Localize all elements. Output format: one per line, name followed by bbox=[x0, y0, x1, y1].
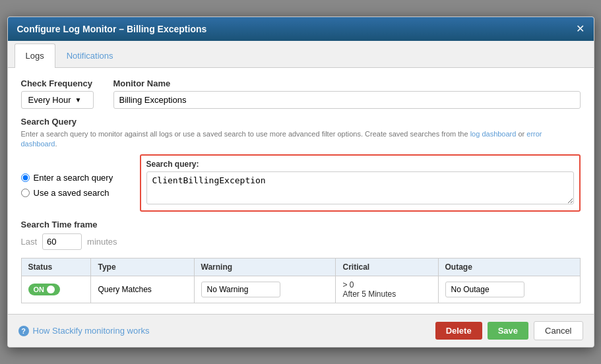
status-cell: ON bbox=[21, 276, 91, 303]
toggle-label: ON bbox=[34, 286, 45, 293]
dropdown-arrow-icon: ▼ bbox=[75, 96, 82, 104]
modal-footer: ? How Stackify monitoring works Delete S… bbox=[8, 314, 594, 347]
footer-help[interactable]: ? How Stackify monitoring works bbox=[18, 326, 150, 336]
check-frequency-dropdown[interactable]: Every Hour ▼ bbox=[21, 91, 94, 109]
save-button[interactable]: Save bbox=[488, 322, 528, 340]
timeframe-suffix: minutes bbox=[87, 237, 117, 247]
help-text: How Stackify monitoring works bbox=[33, 326, 150, 336]
timeframe-input[interactable] bbox=[42, 233, 82, 250]
table-header-row: Status Type Warning Critical Outage bbox=[21, 258, 580, 276]
timeframe-row: Last minutes bbox=[21, 233, 581, 250]
tab-bar: Logs Notifications bbox=[8, 41, 594, 68]
radio-options: Enter a search query Use a saved search bbox=[21, 154, 140, 212]
monitor-name-input[interactable] bbox=[113, 91, 581, 109]
check-frequency-group: Check Frequency Every Hour ▼ bbox=[21, 78, 100, 109]
radio-saved-search[interactable]: Use a saved search bbox=[21, 188, 140, 198]
help-icon: ? bbox=[18, 326, 29, 336]
warning-cell bbox=[194, 276, 336, 303]
footer-actions: Delete Save Cancel bbox=[435, 321, 583, 340]
search-query-section: Search Query Enter a search query to mon… bbox=[21, 117, 581, 212]
modal-title: Configure Log Monitor – Billing Exceptio… bbox=[17, 24, 207, 34]
delete-button[interactable]: Delete bbox=[435, 322, 482, 340]
status-toggle[interactable]: ON bbox=[28, 284, 61, 295]
modal-header: Configure Log Monitor – Billing Exceptio… bbox=[8, 17, 594, 41]
outage-input[interactable] bbox=[445, 282, 524, 297]
cancel-button[interactable]: Cancel bbox=[534, 321, 583, 340]
search-query-box: Search query: ClientBillingException bbox=[140, 154, 581, 212]
toggle-circle-icon bbox=[47, 286, 55, 293]
tab-logs[interactable]: Logs bbox=[15, 44, 55, 68]
log-dashboard-link[interactable]: log dashboard bbox=[470, 130, 517, 138]
close-button[interactable]: ✕ bbox=[576, 24, 585, 34]
timeframe-prefix: Last bbox=[21, 237, 38, 247]
radio-query-layout: Enter a search query Use a saved search … bbox=[21, 154, 581, 212]
col-outage: Outage bbox=[438, 258, 580, 276]
search-query-box-label: Search query: bbox=[146, 160, 574, 169]
configure-modal: Configure Log Monitor – Billing Exceptio… bbox=[7, 16, 594, 348]
outage-cell bbox=[438, 276, 580, 303]
table-row: ON Query Matches > 0 After 5 Minutes bbox=[21, 276, 580, 303]
modal-overlay: Configure Log Monitor – Billing Exceptio… bbox=[0, 0, 601, 364]
monitor-name-label: Monitor Name bbox=[113, 78, 581, 88]
search-query-section-label: Search Query bbox=[21, 117, 581, 127]
radio-enter-query[interactable]: Enter a search query bbox=[21, 173, 140, 183]
critical-line1: > 0 bbox=[342, 280, 431, 289]
radio-saved-search-input[interactable] bbox=[21, 189, 30, 197]
radio-enter-query-input[interactable] bbox=[21, 173, 30, 182]
timeframe-label: Search Time frame bbox=[21, 220, 581, 229]
col-warning: Warning bbox=[194, 258, 336, 276]
search-timeframe-section: Search Time frame Last minutes bbox=[21, 220, 581, 250]
check-frequency-label: Check Frequency bbox=[21, 78, 100, 88]
monitor-name-group: Monitor Name bbox=[113, 78, 581, 109]
col-status: Status bbox=[21, 258, 91, 276]
col-type: Type bbox=[91, 258, 194, 276]
warning-input[interactable] bbox=[201, 282, 280, 297]
tab-notifications[interactable]: Notifications bbox=[55, 44, 125, 67]
top-form-row: Check Frequency Every Hour ▼ Monitor Nam… bbox=[21, 78, 581, 109]
search-hint-text: Enter a search query to monitor against … bbox=[21, 129, 581, 150]
modal-body: Check Frequency Every Hour ▼ Monitor Nam… bbox=[8, 68, 594, 315]
critical-line2: After 5 Minutes bbox=[342, 289, 431, 299]
type-cell: Query Matches bbox=[91, 276, 194, 303]
critical-cell: > 0 After 5 Minutes bbox=[336, 276, 438, 303]
search-query-textarea[interactable]: ClientBillingException bbox=[146, 171, 574, 204]
col-critical: Critical bbox=[336, 258, 438, 276]
conditions-table: Status Type Warning Critical Outage ON bbox=[21, 258, 581, 303]
